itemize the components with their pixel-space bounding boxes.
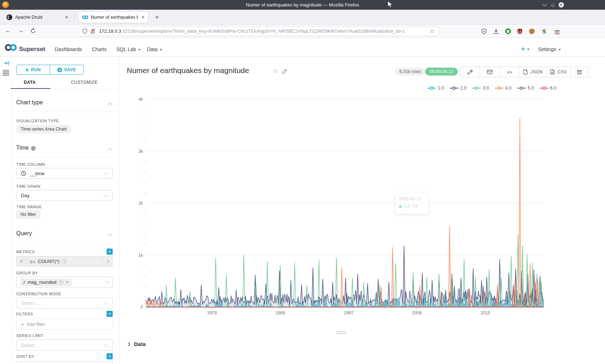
nav-charts[interactable]: Charts (92, 46, 107, 52)
resize-handle[interactable] (336, 331, 346, 335)
clock-icon (21, 171, 26, 176)
viz-type-label: VISUALIZATION TYPE (16, 119, 59, 123)
expand-metric-icon[interactable] (102, 256, 112, 266)
group-by-select[interactable]: ƒ mag_rounded ? ✕ (16, 277, 113, 288)
svg-text:0: 0 (140, 305, 143, 310)
close-window-button[interactable]: ✕ (558, 1, 564, 8)
embed-code-button[interactable]: <> (500, 67, 520, 77)
contribution-mode-select[interactable]: Select ... (16, 297, 113, 309)
extension-asterisk-icon[interactable] (541, 28, 547, 35)
add-filter-box[interactable]: + Add filter (16, 319, 113, 330)
save-button[interactable]: SAVE (50, 65, 83, 74)
download-icon[interactable] (493, 28, 499, 34)
maximize-button[interactable]: ◇ (550, 1, 556, 8)
email-button[interactable] (480, 67, 500, 77)
question-icon: ? (59, 280, 63, 285)
share-link-button[interactable] (460, 67, 480, 77)
time-range-value[interactable]: No filter (16, 210, 40, 218)
druid-icon (6, 14, 12, 20)
add-sort-button[interactable]: + (107, 353, 113, 359)
menu-icon[interactable] (555, 29, 560, 35)
url-bar[interactable]: 172.18.0.3:32108/superset/explore/?form_… (79, 26, 439, 36)
extension-green-icon[interactable] (505, 28, 511, 34)
timeseries-area-chart[interactable]: 01k2k3k4k19791988199720062015 (119, 83, 605, 335)
svg-text:2015: 2015 (480, 310, 490, 315)
export-csv-button[interactable]: .CSV (547, 67, 571, 77)
back-button[interactable]: ← (5, 27, 11, 34)
new-tab-button[interactable]: + (153, 13, 161, 22)
chevron-right-icon (127, 342, 130, 346)
chevron-up-icon[interactable] (108, 233, 112, 238)
bookmark-star-icon[interactable]: ☆ (430, 28, 435, 35)
add-filter-plus-button[interactable]: + (107, 311, 113, 317)
section-time[interactable]: Time (16, 145, 29, 151)
forward-button[interactable]: → (18, 27, 24, 34)
settings-menu[interactable]: Settings (538, 46, 561, 52)
chevron-up-icon[interactable] (108, 148, 112, 153)
chevron-up-icon[interactable] (108, 103, 112, 107)
time-column-select[interactable]: __time (16, 168, 113, 179)
tooltip-value: 74 (413, 204, 417, 209)
chart-actions-group: <> .JSON .CSV (460, 67, 588, 77)
time-grain-select[interactable]: Day (16, 190, 113, 201)
chevron-down-icon (104, 300, 109, 305)
window-titlebar: Numer of earthquakes by magnitude — Mozi… (0, 0, 605, 10)
dataset-grid-icon[interactable] (3, 70, 9, 76)
browser-tabbar: Apache Druid ✕ Numer of earthquakes by m… (0, 10, 605, 25)
chart-menu-button[interactable] (571, 67, 588, 77)
svg-text:4k: 4k (138, 97, 143, 102)
group-by-chip[interactable]: ƒ mag_rounded ? ✕ (20, 278, 72, 286)
cookie-icon[interactable] (529, 28, 535, 34)
tab-apache-druid[interactable]: Apache Druid ✕ (3, 12, 74, 23)
superset-icon (82, 15, 88, 19)
ublock-shield-icon[interactable] (517, 28, 523, 34)
nav-sql-lab[interactable]: SQL Lab (116, 46, 141, 52)
reload-icon[interactable] (30, 28, 36, 34)
nav-dashboards[interactable]: Dashboards (55, 46, 82, 52)
tab-close-icon[interactable]: ✕ (65, 15, 68, 20)
series-limit-label: SERIES LIMIT (16, 333, 43, 338)
edit-title-icon[interactable] (282, 68, 288, 74)
section-query[interactable]: Query (16, 230, 32, 237)
lightning-icon (26, 68, 29, 72)
data-section-toggle[interactable]: Data (127, 341, 146, 347)
tooltip-series: 1.0: (404, 204, 411, 209)
tab-data[interactable]: DATA (24, 80, 36, 85)
metrics-label: METRICS (16, 250, 35, 254)
envelope-icon (487, 70, 493, 74)
export-json-button[interactable]: .JSON (520, 67, 547, 77)
rows-badge: 6.31k rows (395, 68, 425, 76)
permissions-shield-icon[interactable] (82, 28, 87, 34)
caret-down-icon (160, 49, 162, 51)
viz-type-value[interactable]: Time-series Area Chart (16, 125, 71, 133)
run-button[interactable]: RUN (17, 65, 50, 74)
add-metric-button[interactable]: + (107, 249, 113, 255)
collapse-panel-icon[interactable] (3, 60, 9, 66)
brand-name[interactable]: Superset (19, 46, 45, 53)
remove-chip-icon[interactable]: ✕ (66, 280, 69, 285)
tab-customize[interactable]: CUSTOMIZE (71, 80, 98, 85)
chevron-down-icon (542, 2, 547, 6)
minimize-button[interactable] (541, 1, 548, 8)
section-chart-type[interactable]: Chart type (16, 99, 43, 106)
protections-shield-icon[interactable] (481, 28, 487, 34)
strip-divider (11, 57, 11, 364)
chevron-down-icon (105, 279, 109, 284)
tab-close-icon[interactable]: ✕ (141, 15, 145, 20)
favorite-star-icon[interactable]: ☆ (272, 67, 278, 75)
chevron-down-icon (104, 342, 109, 347)
svg-text:1997: 1997 (344, 310, 354, 315)
new-chart-button[interactable]: + (521, 45, 530, 53)
insecure-lock-icon[interactable] (90, 28, 95, 34)
tab-separator (74, 14, 75, 21)
sort-by-select[interactable] (16, 361, 113, 364)
section-divider (11, 243, 119, 243)
metric-name: COUNT(*) (38, 259, 59, 264)
series-limit-select[interactable]: Select ... (16, 340, 113, 351)
remove-metric-icon[interactable]: ✕ (17, 256, 27, 266)
filters-label: FILTERS (16, 312, 33, 316)
fx-icon: f(x) (30, 259, 35, 264)
metric-chip[interactable]: ✕ f(x) COUNT(*) ? (16, 256, 113, 267)
nav-data[interactable]: Data (147, 46, 162, 52)
tab-earthquakes-active[interactable]: Numer of earthquakes by m ✕ (79, 12, 148, 23)
